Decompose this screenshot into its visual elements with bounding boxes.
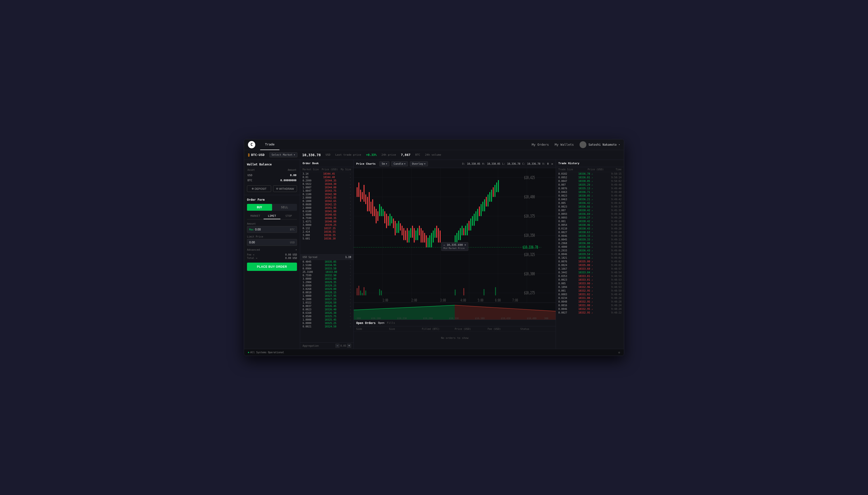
order-form: Order Form BUY SELL MARKET LIMIT [244, 195, 300, 274]
ob-sell-row[interactable]: 1.0007 10344.00 - [300, 186, 354, 189]
trade-history-header: Trade History [556, 160, 624, 167]
svg-text:$10,375: $10,375 [524, 214, 535, 219]
status-text: All Systems Operational [250, 351, 284, 354]
ob-sell-row[interactable]: 0.01 10344.40 - [300, 175, 354, 179]
ob-buy-row[interactable]: 3.0268 10329.00 - [300, 287, 354, 291]
settings-icon[interactable]: ⚙ [618, 351, 620, 354]
ob-buy-row[interactable]: 0.7599 10332.90 - [300, 274, 354, 277]
advanced-row[interactable]: Advanced ▾ [247, 248, 297, 251]
amount-input-row: Max BTC [247, 226, 297, 233]
trade-history-row: 0.0023 10338.05 ↗ 9:49:48 [556, 194, 624, 198]
overlay-chevron: ▾ [424, 162, 426, 166]
ob-sell-row[interactable]: 5.601 10336.30 - [300, 237, 354, 240]
ob-buy-row[interactable]: 1.0000 10325.45 - [300, 318, 354, 321]
app-logo[interactable]: C [248, 141, 255, 148]
ob-sell-row[interactable]: 1.4371 10340.00 - [300, 220, 354, 223]
svg-text:$10,275: $10,275 [524, 290, 535, 295]
ob-sell-row[interactable]: 0.7599 10340.35 - [300, 216, 354, 220]
chart-type-selector[interactable]: Candle ▾ [391, 161, 408, 166]
stop-tab[interactable]: STOP [280, 213, 297, 219]
sell-tab[interactable]: SELL [272, 204, 297, 211]
my-wallets-link[interactable]: My Wallets [555, 143, 574, 147]
svg-rect-28 [381, 207, 382, 216]
ob-buy-row[interactable]: 25.3100 10333.00 - [300, 270, 354, 274]
ob-buy-row[interactable]: 0.0500 10325.75 - [300, 314, 354, 318]
ob-sell-row[interactable]: 0.1100 10342.90 - [300, 192, 354, 196]
max-button[interactable]: Max [249, 228, 253, 231]
amount-input[interactable] [255, 226, 290, 233]
overlay-selector[interactable]: Overlay ▾ [410, 161, 428, 166]
ob-buy-row[interactable]: 0.0984 10333.50 - [300, 267, 354, 270]
limit-tab[interactable]: LIMIT [264, 213, 280, 219]
ob-sell-row[interactable]: 3.000 10336.35 - [300, 233, 354, 237]
volume-label: 24h volume [425, 153, 441, 156]
deposit-button[interactable]: ⊕ DEPOSIT [247, 185, 271, 192]
ob-sell-row[interactable]: 3.0000 10339.25 - [300, 223, 354, 226]
select-market-button[interactable]: Select Market ▾ [269, 152, 297, 157]
ob-buy-row[interactable]: 0.0037 10326.45 - [300, 304, 354, 308]
user-info[interactable]: Satoshi Nakamoto ▾ [579, 141, 620, 148]
main-layout: Wallet Balance Asset Amount USD 0.00 BTC… [244, 160, 624, 349]
ob-buy-row[interactable]: 0.0023 10326.40 - [300, 308, 354, 311]
svg-rect-67 [461, 226, 462, 235]
ob-buy-row[interactable]: 0.0999 10329.25 - [300, 284, 354, 287]
ob-buy-row[interactable]: 6.0000 10325.25 - [300, 321, 354, 325]
ob-buy-row[interactable]: 1.0000 10327.95 - [300, 294, 354, 297]
ob-buy-row[interactable]: 1.0322 10326.50 - [300, 301, 354, 304]
ob-buy-row[interactable]: 3.0000 10331.00 - [300, 277, 354, 280]
buy-tab[interactable]: BUY [247, 204, 272, 211]
my-orders-link[interactable]: My Orders [532, 143, 549, 147]
svg-rect-60 [436, 226, 437, 238]
svg-rect-41 [403, 228, 404, 240]
ob-buy-row[interactable]: 1.2904 10329.35 - [300, 280, 354, 284]
ob-buy-row[interactable]: 2.5100 10334.95 - [300, 263, 354, 267]
agg-controls: − 0.05 + [335, 344, 351, 347]
svg-rect-81 [486, 197, 487, 206]
nav-tab-trade[interactable]: Trade [260, 139, 279, 150]
open-tab[interactable]: Open [378, 321, 384, 325]
market-tab[interactable]: MARKET [247, 213, 264, 219]
h-value: 10,338.05 [487, 163, 500, 165]
ob-sell-row[interactable]: 1.0047 10343.75 - [300, 189, 354, 192]
c-value: 10,336.78 [527, 163, 540, 165]
trade-history-row: 0.0027 10332.95 ↗ 9:48:22 [556, 311, 624, 314]
svg-text:$10,300: $10,300 [524, 271, 535, 276]
change-label: 24h price [381, 153, 396, 156]
ob-buy-row[interactable]: 0.0010 10328.15 - [300, 291, 354, 294]
ob-sell-row[interactable]: 2.414 10336.55 - [300, 230, 354, 233]
ob-sell-row[interactable]: 0.0688 10342.15 - [300, 203, 354, 206]
trade-history-row: 0.0027 10338.63 ↗ 9:49:20 [556, 231, 624, 234]
trade-history-row: 0.0045 10339.33 ↗ 9:49:13 [556, 238, 624, 241]
timeframe-selector[interactable]: 5m ▾ [379, 161, 389, 166]
ob-buy-row[interactable]: 0.0021 10324.50 - [300, 325, 354, 328]
agg-decrease[interactable]: − [335, 344, 339, 347]
ob-sell-row[interactable]: 2.0000 10341.95 - [300, 206, 354, 209]
ob-buy-row[interactable]: 0.4045 10335.05 - [300, 260, 354, 263]
advanced-chevron: ▾ [295, 248, 297, 251]
ob-sell-row[interactable]: 0.2999 10344.35 - [300, 179, 354, 182]
ob-sell-row[interactable]: 1.0000 10340.65 - [300, 213, 354, 216]
wallet-section: Wallet Balance Asset Amount USD 0.00 BTC… [244, 160, 300, 195]
ob-sell-row[interactable]: 3.14 10344.45 - [300, 172, 354, 175]
trade-history-row: 0.007 10338.42 ↗ 9:45:35 [556, 208, 624, 212]
ob-sell-row[interactable]: 2.0000 10342.85 - [300, 196, 354, 199]
trade-history-row: 0.0076 10335.00 ↗ 9:49:02 [556, 260, 624, 263]
trade-history-row: 0.001 10332.95 ↗ 9:48:50 [556, 289, 624, 293]
withdraw-button[interactable]: ⊖ WITHDRAW [273, 185, 297, 192]
limit-price-input[interactable] [249, 239, 290, 245]
mid-price-tooltip: — 10,335.690 + Mid Market Price [441, 242, 469, 251]
agg-increase[interactable]: + [347, 344, 351, 347]
place-order-button[interactable]: PLACE BUY ORDER [247, 262, 297, 271]
amount-currency: BTC [290, 228, 295, 231]
ob-sell-row[interactable]: 0.6100 10341.80 - [300, 209, 354, 213]
ob-buy-row[interactable]: 0.1000 10327.25 - [300, 297, 354, 301]
order-form-title: Order Form [247, 198, 297, 202]
fills-tab[interactable]: Fills [387, 321, 395, 325]
ob-sell-row[interactable]: 0.5922 10344.30 - [300, 182, 354, 186]
ob-sell-row[interactable]: 0.132 10337.35 - [300, 226, 354, 230]
ob-sell-row[interactable]: 0.1000 10342.65 - [300, 199, 354, 203]
svg-rect-42 [405, 231, 406, 240]
ob-buy-row[interactable]: 0.6168 10326.30 - [300, 311, 354, 314]
logo-letter: C [250, 142, 253, 147]
chart-play-button[interactable]: ▶ [552, 162, 553, 166]
